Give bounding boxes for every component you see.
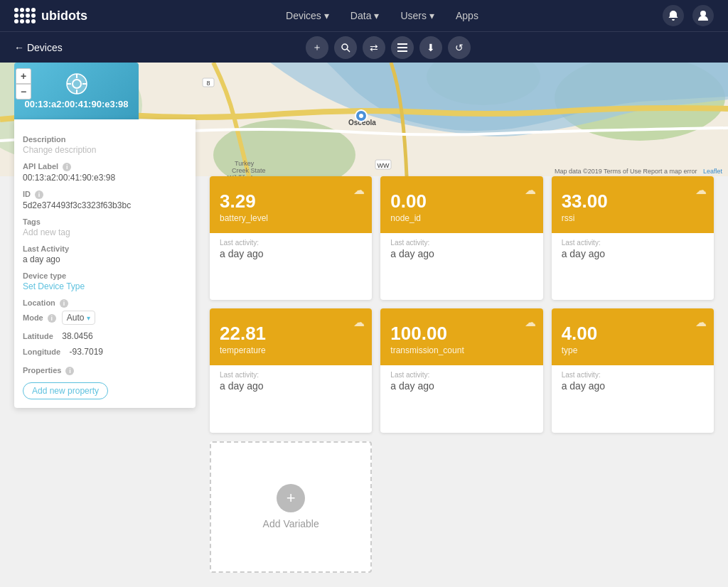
zoom-out-btn[interactable]: − [16, 84, 31, 99]
device-card: 00:13:a2:00:41:90:e3:98 [14, 63, 139, 119]
logo[interactable]: ubidots [14, 8, 87, 23]
svg-text:WW: WW [378, 162, 390, 169]
svg-text:Turkey: Turkey [235, 160, 255, 167]
id-info-icon[interactable]: i [35, 190, 43, 199]
description-label: Description [23, 135, 187, 144]
device-type-value[interactable]: Set Device Type [23, 281, 187, 291]
mode-info-icon[interactable]: i [48, 314, 56, 323]
activity-label-1: Last activity: [390, 239, 532, 247]
longitude-row: Longitude -93.7019 [23, 345, 187, 357]
activity-value-0: a day ago [220, 248, 362, 259]
variable-card-bottom-3: Last activity: a day ago [210, 365, 372, 400]
tags-label: Tags [23, 217, 187, 226]
activity-value-2: a day ago [562, 248, 704, 259]
variable-value-3: 22.81 [220, 324, 362, 343]
left-sidebar: Description Change description API Label… [14, 119, 196, 408]
cloud-icon-2: ☁ [695, 183, 707, 197]
add-variable-label: Add Variable [263, 518, 319, 529]
svg-rect-4 [397, 47, 407, 48]
variable-card-top-4[interactable]: ☁ 100.00 transmission_count [380, 308, 542, 365]
add-variable-card[interactable]: + Add Variable [210, 441, 372, 573]
variable-card-bottom-4: Last activity: a day ago [380, 365, 542, 400]
cloud-icon-1: ☁ [525, 183, 536, 197]
svg-rect-3 [397, 43, 407, 45]
latitude-row: Latitude 38.0456 [23, 329, 187, 342]
nav-items: Devices ▾ Data ▾ Users ▾ Apps [123, 10, 641, 21]
variable-card-bottom-0: Last activity: a day ago [210, 233, 372, 268]
longitude-value: -93.7019 [70, 347, 103, 357]
variable-card-top-3[interactable]: ☁ 22.81 temperature [210, 308, 372, 365]
add-property-button[interactable]: Add new property [23, 382, 108, 399]
description-placeholder[interactable]: Change description [23, 145, 187, 155]
activity-label-2: Last activity: [562, 239, 704, 247]
properties-label: Properties i [23, 366, 187, 375]
variable-card-1: ☁ 0.00 node_id Last activity: a day ago [380, 176, 542, 300]
variable-card-top-1[interactable]: ☁ 0.00 node_id [380, 176, 542, 233]
variable-name-5: type [562, 345, 704, 355]
activity-label-5: Last activity: [562, 371, 704, 379]
mode-row: Mode i Auto ▾ [23, 311, 187, 325]
back-button[interactable]: ← Devices [14, 42, 63, 53]
longitude-label: Longitude [23, 348, 60, 356]
svg-text:8: 8 [206, 80, 210, 87]
variable-card-4: ☁ 100.00 transmission_count Last activit… [380, 308, 542, 432]
list-tool-btn[interactable] [391, 36, 414, 59]
latitude-label: Latitude [23, 332, 53, 340]
refresh-tool-btn[interactable]: ↺ [448, 36, 471, 59]
tags-placeholder[interactable]: Add new tag [23, 227, 187, 237]
variable-card-top-0[interactable]: ☁ 3.29 battery_level [210, 176, 372, 233]
variable-card-2: ☁ 33.00 rssi Last activity: a day ago [552, 176, 714, 300]
chevron-down-icon: ▾ [374, 10, 379, 21]
sub-header: ← Devices ＋ ⇄ ⬇ ↺ [0, 31, 728, 63]
svg-point-1 [342, 44, 348, 50]
logo-dots [14, 8, 36, 23]
variable-name-1: node_id [390, 213, 532, 223]
map-tools: ＋ ⇄ ⬇ ↺ [306, 36, 471, 59]
latitude-value: 38.0456 [62, 331, 92, 341]
properties-info-icon[interactable]: i [65, 367, 74, 375]
mode-select[interactable]: Auto ▾ [62, 311, 96, 325]
cloud-icon-4: ☁ [525, 316, 536, 329]
nav-data[interactable]: Data ▾ [350, 10, 380, 21]
id-value: 5d2e374493f3c3323f63b3bc [23, 200, 187, 210]
device-icon [66, 73, 87, 95]
variable-name-2: rssi [562, 213, 704, 223]
user-avatar[interactable] [692, 5, 714, 26]
activity-label-0: Last activity: [220, 239, 362, 247]
svg-line-2 [347, 49, 350, 52]
swap-tool-btn[interactable]: ⇄ [363, 36, 385, 59]
api-label-info-icon[interactable]: i [63, 163, 71, 171]
add-tool-btn[interactable]: ＋ [306, 36, 328, 59]
zoom-in-btn[interactable]: + [16, 68, 31, 84]
activity-value-3: a day ago [220, 380, 362, 392]
mode-label: Mode i [23, 313, 56, 323]
chevron-down-icon: ▾ [429, 10, 434, 21]
notification-icon[interactable] [663, 5, 684, 26]
variable-name-3: temperature [220, 345, 362, 355]
variables-grid: ☁ 3.29 battery_level Last activity: a da… [210, 176, 714, 573]
activity-value-1: a day ago [390, 248, 532, 259]
location-info-icon[interactable]: i [60, 299, 68, 308]
svg-point-0 [700, 11, 706, 16]
nav-apps[interactable]: Apps [456, 10, 478, 21]
variable-value-5: 4.00 [562, 324, 704, 343]
cloud-icon-5: ☁ [695, 316, 707, 329]
variable-name-4: transmission_count [390, 345, 532, 355]
nav-devices[interactable]: Devices ▾ [286, 10, 329, 21]
variable-card-bottom-1: Last activity: a day ago [380, 233, 542, 268]
activity-label-3: Last activity: [220, 371, 362, 379]
cloud-icon-3: ☁ [353, 316, 365, 329]
activity-value-5: a day ago [562, 380, 704, 392]
id-label: ID i [23, 190, 187, 199]
variable-card-top-2[interactable]: ☁ 33.00 rssi [552, 176, 714, 233]
download-tool-btn[interactable]: ⬇ [419, 36, 442, 59]
search-tool-btn[interactable] [334, 36, 357, 59]
api-label-value: 00:13:a2:00:41:90:e3:98 [23, 173, 187, 183]
variable-card-top-5[interactable]: ☁ 4.00 type [552, 308, 714, 365]
svg-text:Creek State: Creek State [232, 167, 266, 174]
api-label-label: API Label i [23, 162, 187, 171]
zoom-controls: + − [16, 68, 31, 99]
map-copyright: Map data ©2019 Terms of Use Report a map… [555, 167, 722, 175]
nav-right [663, 5, 714, 26]
nav-users[interactable]: Users ▾ [400, 10, 434, 21]
